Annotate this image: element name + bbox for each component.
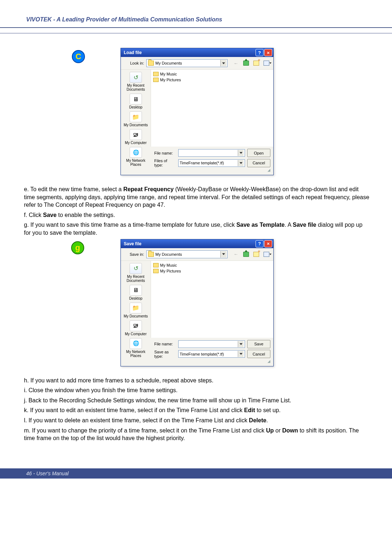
help-icon[interactable]: ? [256,49,264,56]
place-computer[interactable]: My Computer [123,320,149,336]
close-icon[interactable]: × [264,49,272,56]
place-network[interactable]: My Network Places [123,338,149,358]
step-badge-g: g [71,241,84,254]
help-icon[interactable]: ? [256,240,264,247]
filename-label: File name: [154,151,176,155]
savetype-label: Save as type: [154,350,176,358]
view-menu-icon[interactable] [262,59,270,67]
list-item[interactable]: My Music [153,262,271,268]
instruction-e: e. To edit the new time frame, select a … [24,185,370,209]
list-item[interactable]: My Music [153,71,271,77]
back-icon[interactable]: ← [232,251,240,258]
header-divider [0,28,392,33]
step-badge-c: C [72,50,85,63]
page-header-title: VIVOTEK - A Leading Provider of Multimed… [26,16,222,22]
place-documents[interactable]: My Documents [123,303,149,318]
computer-icon [130,320,142,331]
place-desktop[interactable]: Desktop [123,94,149,109]
file-list[interactable]: My Music My Pictures [151,261,273,338]
desktop-icon [130,285,142,296]
list-item[interactable]: My Pictures [153,77,271,83]
folder-icon [148,252,154,257]
folder-icon [153,263,159,267]
view-menu-icon[interactable] [262,251,270,258]
lookin-dropdown[interactable]: My Documents [146,59,228,67]
place-recent[interactable]: My Recent Documents [123,72,149,91]
resize-grip-icon[interactable]: ◢ [154,359,270,363]
place-computer[interactable]: My Computer [123,129,149,145]
instruction-m: m. If you want to change the priority of… [24,427,370,442]
folder-icon [153,269,159,273]
computer-icon [130,129,142,140]
load-file-dialog: Load file ? × Look in: My Documents ← [121,48,274,175]
network-icon [130,338,142,349]
place-network[interactable]: My Network Places [123,147,149,167]
places-bar: My Recent Documents Desktop My Documents… [121,70,151,147]
back-icon[interactable]: ← [232,59,240,67]
filename-label: File name: [154,342,176,346]
lookin-label: Look in: [124,61,144,65]
place-recent[interactable]: My Recent Documents [123,263,149,283]
cancel-button[interactable]: Cancel [247,159,270,167]
folder-icon [148,61,154,66]
documents-icon [130,111,142,122]
filename-input[interactable] [178,340,245,348]
dialog-titlebar[interactable]: Load file ? × [121,48,273,57]
page-footer: 46 - User's Manual [0,468,392,479]
instruction-k: k. If you want to edit an existent time … [24,406,370,414]
dialog-title: Save file [124,241,256,246]
open-button[interactable]: Open [247,149,270,157]
desktop-icon [130,94,142,104]
place-documents[interactable]: My Documents [123,111,149,127]
network-icon [130,147,142,158]
file-list[interactable]: My Music My Pictures [151,70,273,147]
chevron-down-icon[interactable] [238,160,244,166]
instruction-i: i. Close the window when you finish the … [24,386,370,394]
instruction-g: g. If you want to save this time frame a… [24,221,370,237]
folder-icon [153,72,159,76]
save-button[interactable]: Save [247,340,270,348]
instruction-l: l. If you want to delete an existent tim… [24,416,370,424]
savetype-dropdown[interactable]: TimeFrame template(*.tf) [178,350,245,358]
filename-input[interactable] [178,149,245,157]
chevron-down-icon[interactable] [238,150,244,156]
filetype-label: Files of type: [154,159,176,167]
folder-icon [153,78,159,82]
chevron-down-icon[interactable] [220,60,226,66]
recent-icon [130,263,142,274]
savein-label: Save in: [124,252,144,257]
save-file-dialog: Save file ? × Save in: My Documents ← [121,239,274,366]
up-folder-icon[interactable] [242,59,250,67]
instruction-h: h. If you want to add more time frames t… [24,377,370,385]
filetype-dropdown[interactable]: TimeFrame template(*.tf) [178,159,245,167]
resize-grip-icon[interactable]: ◢ [154,168,270,172]
savein-value: My Documents [155,252,219,257]
new-folder-icon[interactable] [252,251,260,258]
chevron-down-icon[interactable] [238,341,244,347]
savein-dropdown[interactable]: My Documents [146,250,228,258]
up-folder-icon[interactable] [242,251,250,258]
recent-icon [130,72,142,83]
chevron-down-icon[interactable] [220,251,226,258]
instruction-j: j. Back to the Recording Schedule Settin… [24,397,370,405]
list-item[interactable]: My Pictures [153,268,271,274]
close-icon[interactable]: × [264,240,272,247]
dialog-title: Load file [124,50,256,55]
chevron-down-icon[interactable] [238,351,244,357]
new-folder-icon[interactable] [252,59,260,67]
lookin-value: My Documents [155,61,219,65]
place-desktop[interactable]: Desktop [123,285,149,300]
places-bar: My Recent Documents Desktop My Documents… [121,261,151,338]
cancel-button[interactable]: Cancel [247,350,270,358]
documents-icon [130,303,142,313]
instruction-f: f. Click Save to enable the settings. [24,211,370,219]
dialog-titlebar[interactable]: Save file ? × [121,239,273,248]
